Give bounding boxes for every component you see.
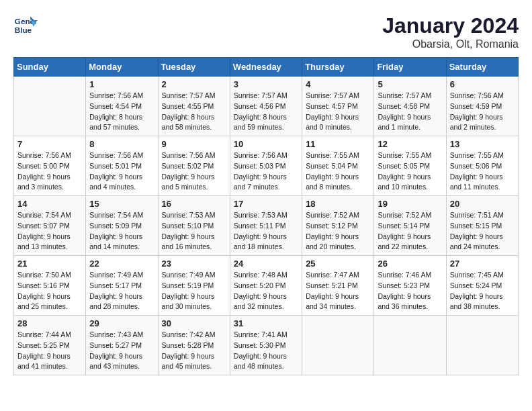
day-info: Sunrise: 7:55 AMSunset: 5:06 PMDaylight:… [450,150,515,193]
day-info: Sunrise: 7:50 AMSunset: 5:16 PMDaylight:… [17,270,82,312]
day-number: 16 [162,199,226,209]
week-row-1: 1Sunrise: 7:56 AMSunset: 4:54 PMDaylight… [14,77,519,136]
day-number: 25 [306,259,370,269]
day-info: Sunrise: 7:57 AMSunset: 4:56 PMDaylight:… [234,91,298,133]
calendar-cell: 29Sunrise: 7:43 AMSunset: 5:27 PMDayligh… [86,316,158,375]
column-header-friday: Friday [374,58,446,77]
day-info: Sunrise: 7:49 AMSunset: 5:17 PMDaylight:… [89,270,154,312]
day-number: 12 [378,139,442,149]
day-number: 10 [234,139,298,149]
day-info: Sunrise: 7:55 AMSunset: 5:04 PMDaylight:… [306,150,370,193]
day-number: 6 [450,79,515,89]
page-header: General Blue January 2024 Obarsia, Olt, … [13,13,519,50]
day-info: Sunrise: 7:57 AMSunset: 4:57 PMDaylight:… [306,91,370,133]
day-info: Sunrise: 7:53 AMSunset: 5:11 PMDaylight:… [234,210,298,253]
calendar-table: SundayMondayTuesdayWednesdayThursdayFrid… [13,57,519,375]
calendar-cell: 25Sunrise: 7:47 AMSunset: 5:21 PMDayligh… [302,256,374,316]
day-number: 14 [17,199,82,209]
day-number: 23 [162,259,226,269]
calendar-cell: 15Sunrise: 7:54 AMSunset: 5:09 PMDayligh… [86,196,158,256]
day-number: 31 [234,318,298,328]
page-title: January 2024 [382,13,519,38]
day-info: Sunrise: 7:54 AMSunset: 5:07 PMDaylight:… [17,210,82,253]
calendar-cell [446,316,518,375]
week-row-5: 28Sunrise: 7:44 AMSunset: 5:25 PMDayligh… [14,316,519,375]
day-info: Sunrise: 7:43 AMSunset: 5:27 PMDaylight:… [89,330,154,372]
calendar-cell: 16Sunrise: 7:53 AMSunset: 5:10 PMDayligh… [158,196,230,256]
day-number: 9 [162,139,226,149]
calendar-cell: 20Sunrise: 7:51 AMSunset: 5:15 PMDayligh… [446,196,518,256]
day-info: Sunrise: 7:56 AMSunset: 4:59 PMDaylight:… [450,91,515,133]
calendar-cell: 1Sunrise: 7:56 AMSunset: 4:54 PMDaylight… [86,77,158,136]
calendar-cell: 4Sunrise: 7:57 AMSunset: 4:57 PMDaylight… [302,77,374,136]
calendar-cell: 9Sunrise: 7:56 AMSunset: 5:02 PMDaylight… [158,136,230,196]
week-row-3: 14Sunrise: 7:54 AMSunset: 5:07 PMDayligh… [14,196,519,256]
day-info: Sunrise: 7:45 AMSunset: 5:24 PMDaylight:… [450,270,515,312]
calendar-cell [374,316,446,375]
day-number: 18 [306,199,370,209]
calendar-cell [14,77,86,136]
day-info: Sunrise: 7:56 AMSunset: 5:03 PMDaylight:… [234,150,298,193]
calendar-cell: 12Sunrise: 7:55 AMSunset: 5:05 PMDayligh… [374,136,446,196]
calendar-cell: 24Sunrise: 7:48 AMSunset: 5:20 PMDayligh… [230,256,302,316]
calendar-cell: 30Sunrise: 7:42 AMSunset: 5:28 PMDayligh… [158,316,230,375]
day-number: 26 [378,259,442,269]
day-number: 7 [17,139,82,149]
calendar-cell [302,316,374,375]
day-number: 11 [306,139,370,149]
day-number: 21 [17,259,82,269]
day-info: Sunrise: 7:52 AMSunset: 5:14 PMDaylight:… [378,210,442,253]
calendar-cell: 17Sunrise: 7:53 AMSunset: 5:11 PMDayligh… [230,196,302,256]
calendar-cell: 27Sunrise: 7:45 AMSunset: 5:24 PMDayligh… [446,256,518,316]
column-header-wednesday: Wednesday [230,58,302,77]
calendar-cell: 10Sunrise: 7:56 AMSunset: 5:03 PMDayligh… [230,136,302,196]
day-info: Sunrise: 7:56 AMSunset: 5:00 PMDaylight:… [17,150,82,193]
day-info: Sunrise: 7:52 AMSunset: 5:12 PMDaylight:… [306,210,370,253]
day-number: 2 [162,79,226,89]
day-info: Sunrise: 7:44 AMSunset: 5:25 PMDaylight:… [17,330,82,372]
day-number: 28 [17,318,82,328]
day-info: Sunrise: 7:54 AMSunset: 5:09 PMDaylight:… [89,210,154,253]
calendar-cell: 23Sunrise: 7:49 AMSunset: 5:19 PMDayligh… [158,256,230,316]
column-header-monday: Monday [86,58,158,77]
day-number: 13 [450,139,515,149]
day-info: Sunrise: 7:56 AMSunset: 5:01 PMDaylight:… [89,150,154,193]
calendar-cell: 3Sunrise: 7:57 AMSunset: 4:56 PMDaylight… [230,77,302,136]
day-number: 29 [89,318,154,328]
day-number: 8 [89,139,154,149]
calendar-cell: 14Sunrise: 7:54 AMSunset: 5:07 PMDayligh… [14,196,86,256]
day-info: Sunrise: 7:47 AMSunset: 5:21 PMDaylight:… [306,270,370,312]
day-number: 30 [162,318,226,328]
day-number: 4 [306,79,370,89]
day-info: Sunrise: 7:57 AMSunset: 4:55 PMDaylight:… [162,91,226,133]
calendar-cell: 13Sunrise: 7:55 AMSunset: 5:06 PMDayligh… [446,136,518,196]
day-number: 15 [89,199,154,209]
day-number: 1 [89,79,154,89]
day-info: Sunrise: 7:57 AMSunset: 4:58 PMDaylight:… [378,91,442,133]
logo-icon: General Blue [13,13,38,38]
title-block: January 2024 Obarsia, Olt, Romania [382,13,519,50]
calendar-cell: 8Sunrise: 7:56 AMSunset: 5:01 PMDaylight… [86,136,158,196]
calendar-cell: 5Sunrise: 7:57 AMSunset: 4:58 PMDaylight… [374,77,446,136]
calendar-cell: 26Sunrise: 7:46 AMSunset: 5:23 PMDayligh… [374,256,446,316]
calendar-cell: 28Sunrise: 7:44 AMSunset: 5:25 PMDayligh… [14,316,86,375]
calendar-cell: 21Sunrise: 7:50 AMSunset: 5:16 PMDayligh… [14,256,86,316]
day-info: Sunrise: 7:53 AMSunset: 5:10 PMDaylight:… [162,210,226,253]
day-info: Sunrise: 7:49 AMSunset: 5:19 PMDaylight:… [162,270,226,312]
day-number: 17 [234,199,298,209]
column-header-thursday: Thursday [302,58,374,77]
calendar-cell: 31Sunrise: 7:41 AMSunset: 5:30 PMDayligh… [230,316,302,375]
day-number: 24 [234,259,298,269]
day-number: 20 [450,199,515,209]
day-info: Sunrise: 7:56 AMSunset: 5:02 PMDaylight:… [162,150,226,193]
day-info: Sunrise: 7:55 AMSunset: 5:05 PMDaylight:… [378,150,442,193]
calendar-cell: 18Sunrise: 7:52 AMSunset: 5:12 PMDayligh… [302,196,374,256]
svg-text:Blue: Blue [15,26,32,34]
week-row-2: 7Sunrise: 7:56 AMSunset: 5:00 PMDaylight… [14,136,519,196]
day-number: 19 [378,199,442,209]
day-info: Sunrise: 7:42 AMSunset: 5:28 PMDaylight:… [162,330,226,372]
calendar-cell: 11Sunrise: 7:55 AMSunset: 5:04 PMDayligh… [302,136,374,196]
day-number: 22 [89,259,154,269]
day-info: Sunrise: 7:41 AMSunset: 5:30 PMDaylight:… [234,330,298,372]
day-info: Sunrise: 7:48 AMSunset: 5:20 PMDaylight:… [234,270,298,312]
